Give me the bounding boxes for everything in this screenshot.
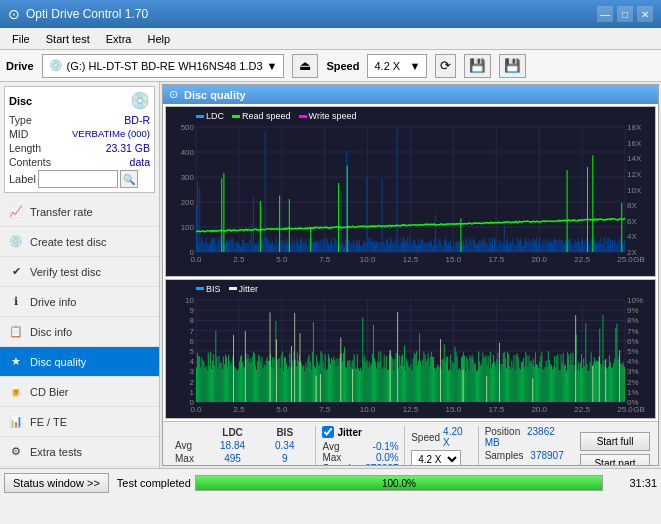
total-ldc: 7192842 — [205, 465, 260, 466]
jitter-avg-val: -0.1% — [365, 441, 398, 452]
sidebar-item-create-test-disc[interactable]: 💿 Create test disc — [0, 227, 159, 257]
drive-bar: Drive 💿 (G:) HL-DT-ST BD-RE WH16NS48 1.D… — [0, 50, 661, 82]
menu-extra[interactable]: Extra — [98, 31, 140, 47]
action-buttons: Start full Start part — [576, 424, 654, 466]
length-value: 23.31 GB — [106, 142, 150, 154]
start-part-button[interactable]: Start part — [580, 454, 650, 467]
total-label: Total — [171, 465, 205, 466]
fe-te-icon: 📊 — [8, 414, 24, 430]
avg-bis: 0.34 — [260, 439, 309, 452]
legend-bis: BIS — [206, 284, 221, 294]
progress-text: 100.0% — [196, 476, 602, 492]
sidebar-item-verify-test-disc[interactable]: ✔ Verify test disc — [0, 257, 159, 287]
legend-read-speed: Read speed — [242, 111, 291, 121]
extra-tests-icon: ⚙ — [8, 444, 24, 460]
avg-ldc: 18.84 — [205, 439, 260, 452]
create-test-disc-icon: 💿 — [8, 234, 24, 250]
position-label: Position — [485, 426, 521, 437]
cd-bier-label: CD Bier — [30, 386, 69, 398]
contents-label: Contents — [9, 156, 51, 168]
sidebar: Disc 💿 Type BD-R MID VERBATIMe (000) Len… — [0, 82, 160, 468]
sidebar-item-transfer-rate[interactable]: 📈 Transfer rate — [0, 197, 159, 227]
type-value: BD-R — [124, 114, 150, 126]
ldc-chart-canvas — [166, 107, 655, 272]
minimize-button[interactable]: — — [597, 6, 613, 22]
speed-stat-label: Speed — [411, 432, 440, 443]
chart-1: LDC Read speed Write speed — [165, 106, 656, 277]
divider-1 — [315, 426, 316, 466]
cd-bier-icon: 🍺 — [8, 384, 24, 400]
jitter-checkbox[interactable] — [322, 426, 334, 438]
menu-start-test[interactable]: Start test — [38, 31, 98, 47]
transfer-rate-label: Transfer rate — [30, 206, 93, 218]
sidebar-item-disc-info[interactable]: 📋 Disc info — [0, 317, 159, 347]
col-bis: BIS — [260, 426, 309, 439]
status-time: 31:31 — [607, 477, 657, 489]
mid-value: VERBATIMe (000) — [72, 128, 150, 140]
drive-info-label: Drive info — [30, 296, 76, 308]
col-ldc: LDC — [205, 426, 260, 439]
app-title: Opti Drive Control 1.70 — [26, 7, 148, 21]
drive-dropdown-arrow: ▼ — [267, 60, 278, 72]
disc-quality-label: Disc quality — [30, 356, 86, 368]
max-bis: 9 — [260, 452, 309, 465]
drive-action-btn-3[interactable]: 💾 — [499, 54, 526, 78]
disc-label-button[interactable]: 🔍 — [120, 170, 138, 188]
drive-select[interactable]: 💿 (G:) HL-DT-ST BD-RE WH16NS48 1.D3 ▼ — [42, 54, 285, 78]
jitter-stats: Jitter Avg Max Samples -0.1% 0.0% 378907 — [318, 424, 402, 466]
sidebar-item-disc-quality[interactable]: ★ Disc quality — [0, 347, 159, 377]
divider-2 — [404, 426, 405, 466]
disc-info-icon: 📋 — [8, 324, 24, 340]
title-bar: ⊙ Opti Drive Control 1.70 — □ ✕ — [0, 0, 661, 28]
samples-label: Samples — [485, 450, 524, 461]
position-stats: Position 23862 MB Samples 378907 — [481, 424, 576, 466]
menu-help[interactable]: Help — [139, 31, 178, 47]
col-empty — [171, 426, 205, 439]
samples-value: 378907 — [530, 450, 563, 461]
disc-label-input[interactable] — [38, 170, 118, 188]
speed-stat-dropdown[interactable]: 4.2 X 2.0 X 1.0 X — [411, 450, 461, 466]
nav-section: 📈 Transfer rate 💿 Create test disc ✔ Ver… — [0, 197, 159, 468]
length-label: Length — [9, 142, 41, 154]
sidebar-item-extra-tests[interactable]: ⚙ Extra tests — [0, 437, 159, 467]
speed-select[interactable]: 4.2 X ▼ — [367, 54, 427, 78]
status-text: Test completed — [117, 477, 191, 489]
dq-icon: ⊙ — [169, 88, 178, 101]
disc-panel: Disc 💿 Type BD-R MID VERBATIMe (000) Len… — [4, 86, 155, 193]
bis-jitter-chart-canvas — [166, 280, 655, 419]
dq-title: Disc quality — [184, 89, 246, 101]
drive-action-btn-2[interactable]: 💾 — [464, 54, 491, 78]
chart-2: BIS Jitter — [165, 279, 656, 419]
drive-info-icon: ℹ — [8, 294, 24, 310]
jitter-avg-label: Avg — [322, 441, 361, 452]
close-button[interactable]: ✕ — [637, 6, 653, 22]
disc-quality-panel: ⊙ Disc quality LDC Read speed — [162, 84, 659, 466]
menu-bar: File Start test Extra Help — [0, 28, 661, 50]
create-test-disc-label: Create test disc — [30, 236, 106, 248]
fe-te-label: FE / TE — [30, 416, 67, 428]
drive-action-btn-1[interactable]: ⟳ — [435, 54, 456, 78]
disc-quality-icon: ★ — [8, 354, 24, 370]
transfer-rate-icon: 📈 — [8, 204, 24, 220]
contents-value: data — [130, 156, 150, 168]
maximize-button[interactable]: □ — [617, 6, 633, 22]
sidebar-item-fe-te[interactable]: 📊 FE / TE — [0, 407, 159, 437]
disc-panel-icon: 💿 — [130, 91, 150, 110]
legend-jitter: Jitter — [239, 284, 259, 294]
drive-eject-button[interactable]: ⏏ — [292, 54, 318, 78]
legend-ldc: LDC — [206, 111, 224, 121]
disc-info-label: Disc info — [30, 326, 72, 338]
avg-label: Avg — [171, 439, 205, 452]
sidebar-item-drive-info[interactable]: ℹ Drive info — [0, 287, 159, 317]
type-label: Type — [9, 114, 32, 126]
charts-container: LDC Read speed Write speed — [163, 104, 658, 421]
menu-file[interactable]: File — [4, 31, 38, 47]
verify-test-disc-icon: ✔ — [8, 264, 24, 280]
drive-label: Drive — [6, 60, 34, 72]
sidebar-item-cd-bier[interactable]: 🍺 CD Bier — [0, 377, 159, 407]
legend-write-speed: Write speed — [309, 111, 357, 121]
start-full-button[interactable]: Start full — [580, 432, 650, 451]
status-window-button[interactable]: Status window >> — [4, 473, 109, 493]
drive-name: (G:) HL-DT-ST BD-RE WH16NS48 1.D3 — [67, 60, 263, 72]
speed-stat-value: 4.20 X — [443, 426, 472, 448]
